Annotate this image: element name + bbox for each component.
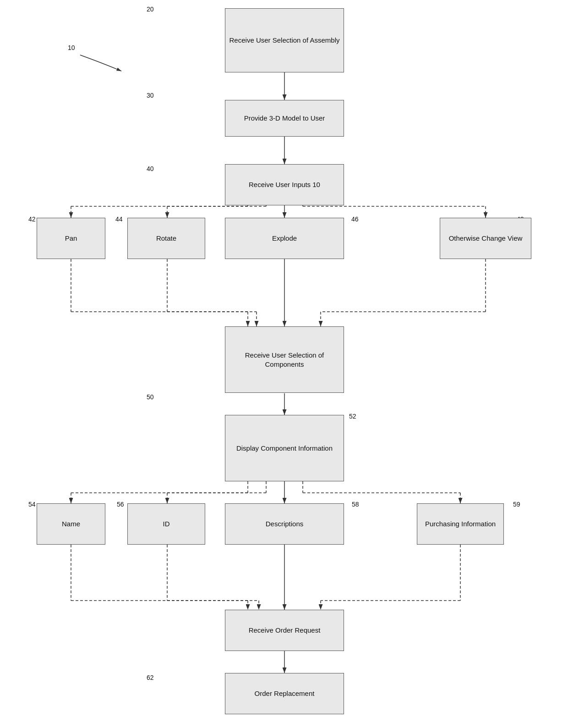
label-44: 44 <box>115 215 123 223</box>
label-20: 20 <box>147 6 154 13</box>
box-display-component: Display Component Information <box>225 415 344 481</box>
box-receive-order: Receive Order Request <box>225 610 344 651</box>
label-54: 54 <box>28 501 36 508</box>
box-order-replacement: Order Replacement <box>225 673 344 714</box>
box-receive-assembly: Receive User Selection of Assembly <box>225 8 344 72</box>
label-42: 42 <box>28 215 36 223</box>
label-62: 62 <box>147 674 154 681</box>
box-purchasing: Purchasing Information <box>417 503 504 545</box>
label-40: 40 <box>147 165 154 172</box>
box-explode: Explode <box>225 218 344 259</box>
box-provide-model: Provide 3-D Model to User <box>225 100 344 137</box>
box-name: Name <box>37 503 105 545</box>
box-otherwise: Otherwise Change View <box>440 218 531 259</box>
box-pan: Pan <box>37 218 105 259</box>
label-30: 30 <box>147 92 154 99</box>
label-46: 46 <box>351 215 359 223</box>
label-58: 58 <box>352 501 359 508</box>
label-10: 10 <box>68 44 75 51</box>
box-receive-components: Receive User Selection of Components <box>225 326 344 393</box>
diagram-container: 10 20 Receive User Selection of Assembly… <box>0 0 568 728</box>
label-52: 52 <box>349 413 356 420</box>
box-rotate: Rotate <box>127 218 205 259</box>
label-56: 56 <box>117 501 124 508</box>
box-descriptions: Descriptions <box>225 503 344 545</box>
box-receive-inputs: Receive User Inputs 10 <box>225 164 344 205</box>
label-59: 59 <box>513 501 520 508</box>
label-50: 50 <box>147 393 154 401</box>
box-id: ID <box>127 503 205 545</box>
